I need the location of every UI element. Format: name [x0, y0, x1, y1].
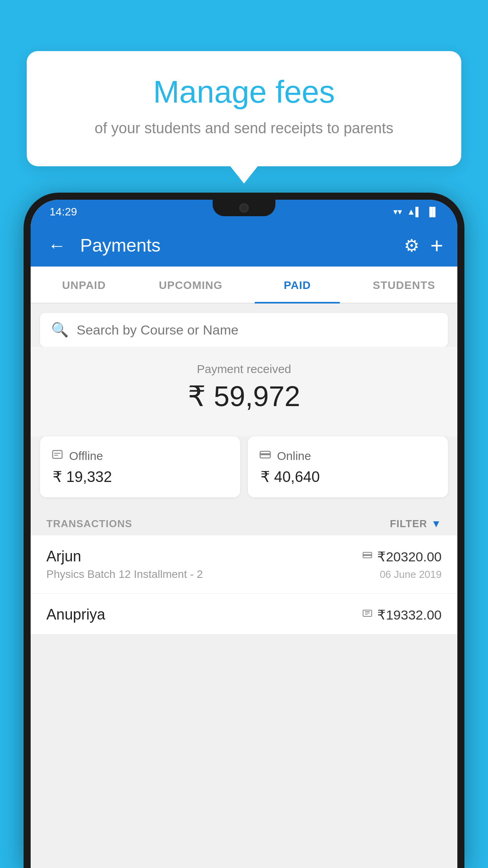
- search-input[interactable]: [77, 322, 437, 338]
- phone-notch: [213, 200, 275, 216]
- tx-method-icon-2: [362, 608, 372, 621]
- svg-rect-6: [363, 554, 372, 556]
- battery-icon: ▐▌: [426, 207, 438, 217]
- filter-icon: ▼: [431, 518, 442, 530]
- payment-summary: Payment received ₹ 59,972: [31, 347, 457, 436]
- phone-frame: 14:29 ▾▾ ▲▌ ▐▌ ← Payments ⚙ + UNPAID UPC…: [24, 193, 464, 868]
- transaction-row[interactable]: Anupriya ₹19332.00: [31, 594, 457, 634]
- tab-upcoming[interactable]: UPCOMING: [138, 267, 244, 303]
- tx-amount: ₹20320.00: [377, 549, 442, 565]
- transactions-label: TRANSACTIONS: [46, 518, 132, 530]
- app-bar-actions: ⚙ +: [404, 233, 443, 258]
- back-button[interactable]: ←: [45, 232, 69, 259]
- tabs-bar: UNPAID UPCOMING PAID STUDENTS: [31, 267, 457, 303]
- add-icon[interactable]: +: [430, 233, 443, 258]
- content-area: 🔍 Payment received ₹ 59,972: [31, 303, 457, 634]
- online-label: Online: [277, 449, 311, 463]
- status-time: 14:29: [50, 206, 77, 218]
- offline-card: Offline ₹ 19,332: [40, 436, 240, 497]
- camera: [239, 203, 249, 213]
- online-card: Online ₹ 40,640: [248, 436, 448, 497]
- signal-icon: ▲▌: [407, 207, 421, 217]
- tooltip-title: Manage fees: [54, 75, 434, 109]
- filter-label: FILTER: [390, 518, 427, 530]
- app-bar: ← Payments ⚙ +: [31, 224, 457, 267]
- payment-amount: ₹ 59,972: [40, 380, 448, 413]
- offline-card-header: Offline: [51, 448, 229, 463]
- tx-amount-2: ₹19332.00: [377, 607, 442, 623]
- tooltip-card: Manage fees of your students and send re…: [27, 51, 461, 166]
- search-bar[interactable]: 🔍: [40, 313, 448, 347]
- offline-amount: ₹ 19,332: [51, 468, 229, 485]
- offline-label: Offline: [69, 449, 103, 463]
- payment-cards: Offline ₹ 19,332 Online: [40, 436, 448, 497]
- svg-rect-0: [53, 451, 62, 458]
- course-label: Physics Batch 12 Installment - 2: [46, 568, 203, 581]
- payment-received-label: Payment received: [40, 362, 448, 376]
- student-name: Arjun: [46, 548, 81, 565]
- tx-date: 06 June 2019: [380, 568, 442, 581]
- transaction-row[interactable]: Arjun ₹20320.00 Physics Batch 12 Install…: [31, 535, 457, 594]
- tab-unpaid[interactable]: UNPAID: [31, 267, 138, 303]
- transaction-amount-wrap: ₹19332.00: [362, 607, 442, 623]
- tx-method-icon: [362, 550, 372, 563]
- page-title: Payments: [80, 235, 393, 256]
- wifi-icon: ▾▾: [393, 207, 402, 217]
- status-icons: ▾▾ ▲▌ ▐▌: [393, 207, 438, 217]
- search-icon: 🔍: [51, 322, 69, 338]
- online-card-header: Online: [259, 448, 437, 463]
- transaction-amount-wrap: ₹20320.00: [362, 549, 442, 565]
- filter-button[interactable]: FILTER ▼: [390, 518, 442, 530]
- svg-rect-4: [260, 453, 270, 455]
- online-icon: [259, 448, 272, 463]
- settings-icon[interactable]: ⚙: [404, 235, 419, 256]
- phone-screen: 14:29 ▾▾ ▲▌ ▐▌ ← Payments ⚙ + UNPAID UPC…: [31, 200, 457, 868]
- transactions-header: TRANSACTIONS FILTER ▼: [31, 510, 457, 535]
- student-name: Anupriya: [46, 606, 105, 623]
- offline-icon: [51, 448, 64, 463]
- tab-students[interactable]: STUDENTS: [351, 267, 458, 303]
- tab-paid[interactable]: PAID: [244, 267, 351, 303]
- online-amount: ₹ 40,640: [259, 468, 437, 485]
- tooltip-subtitle: of your students and send receipts to pa…: [54, 118, 434, 139]
